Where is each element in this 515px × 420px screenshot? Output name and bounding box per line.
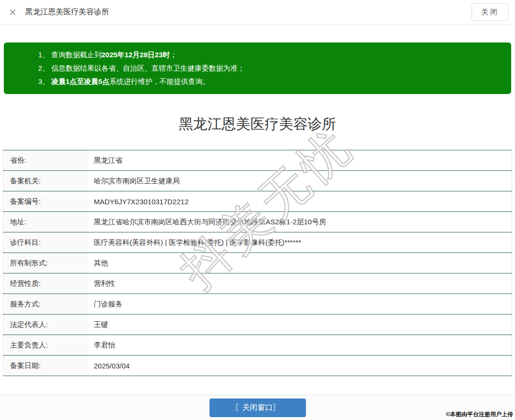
notice-text: ； xyxy=(170,51,177,59)
row-value: 医疗美容科(美容外科) | 医学检验科(委托) | 医学影像科(委托)*****… xyxy=(88,232,512,253)
page-title: 黑龙江恩美医疗美容诊所 xyxy=(0,115,515,134)
table-row: 备案机关:哈尔滨市南岗区卫生健康局 xyxy=(3,171,512,191)
table-row: 地址:黑龙江省哈尔滨市南岗区哈西大街与同济街交角地段第AS2栋1-2层10号房 xyxy=(3,212,512,232)
close-window-button[interactable]: 〖关闭窗口〗 xyxy=(210,399,306,417)
table-row: 备案编号:MADY6JY7X23010317D2212 xyxy=(3,191,512,212)
notice-banner: 1、 查询数据截止到2025年12月28日23时； 2、 信息数据结果以各省、自… xyxy=(4,42,511,94)
row-value: 黑龙江省 xyxy=(88,150,512,171)
row-value: 李君怡 xyxy=(88,335,512,356)
notice-bold-text: 2025年12月28日23时 xyxy=(102,51,170,59)
row-value: MADY6JY7X23010317D2212 xyxy=(88,191,512,212)
notice-text: 系统进行维护，不能提供查询。 xyxy=(109,77,210,85)
row-value: 其他 xyxy=(88,253,512,273)
notice-text: 查询数据截止到 xyxy=(52,51,102,59)
row-label: 经营性质: xyxy=(3,273,88,294)
window-titlebar: ✕ 黑龙江恩美医疗美容诊所 关闭 xyxy=(0,0,515,25)
row-label: 法定代表人: xyxy=(3,315,88,335)
row-value: 王键 xyxy=(88,315,512,335)
table-row: 诊疗科目:医疗美容科(美容外科) | 医学检验科(委托) | 医学影像科(委托)… xyxy=(3,232,512,253)
table-row: 主要负责人:李君怡 xyxy=(3,335,512,356)
notice-line: 2、 信息数据结果以各省、自治区、直辖市卫生健康委数据为准； xyxy=(38,62,502,75)
close-x-icon[interactable]: ✕ xyxy=(9,8,17,17)
row-value: 黑龙江省哈尔滨市南岗区哈西大街与同济街交角地段第AS2栋1-2层10号房 xyxy=(88,212,512,232)
row-label: 备案编号: xyxy=(3,191,88,212)
table-row: 服务方式:门诊服务 xyxy=(3,294,512,315)
notice-text: 信息数据结果以各省、自治区、直辖市卫生健康委数据为准； xyxy=(52,64,245,72)
footer-bar: 〖关闭窗口〗 xyxy=(0,395,515,420)
row-label: 备案机关: xyxy=(3,171,88,191)
notice-line: 3、 凌晨1点至凌晨5点系统进行维护，不能提供查询。 xyxy=(38,75,502,88)
row-label: 备案日期: xyxy=(3,356,88,376)
row-label: 地址: xyxy=(3,212,88,232)
table-row: 法定代表人:王键 xyxy=(3,315,512,335)
table-row: 省份:黑龙江省 xyxy=(3,150,512,171)
row-label: 主要负责人: xyxy=(3,335,88,356)
table-row: 经营性质:营利性 xyxy=(3,273,512,294)
copyright-note: ©本图由平台注册用户上传 xyxy=(446,410,513,419)
window-title: 黑龙江恩美医疗美容诊所 xyxy=(25,7,109,17)
notice-line: 1、 查询数据截止到2025年12月28日23时； xyxy=(38,48,502,62)
notice-bold-text: 凌晨1点至凌晨5点 xyxy=(52,77,110,85)
table-row: 备案日期:2025/03/04 xyxy=(3,356,512,376)
row-value: 营利性 xyxy=(88,273,512,294)
row-value: 门诊服务 xyxy=(88,294,512,315)
table-row: 所有制形式:其他 xyxy=(3,253,512,273)
row-label: 所有制形式: xyxy=(3,253,88,273)
notice-line-number: 2、 xyxy=(38,64,52,72)
row-value: 2025/03/04 xyxy=(88,356,512,376)
notice-line-number: 3、 xyxy=(38,77,52,85)
row-label: 诊疗科目: xyxy=(3,232,88,253)
notice-line-number: 1、 xyxy=(38,51,52,59)
record-table: 省份:黑龙江省 备案机关:哈尔滨市南岗区卫生健康局 备案编号:MADY6JY7X… xyxy=(3,150,512,376)
row-label: 省份: xyxy=(3,150,88,171)
row-label: 服务方式: xyxy=(3,294,88,315)
row-value: 哈尔滨市南岗区卫生健康局 xyxy=(88,171,512,191)
close-button[interactable]: 关闭 xyxy=(472,3,509,21)
